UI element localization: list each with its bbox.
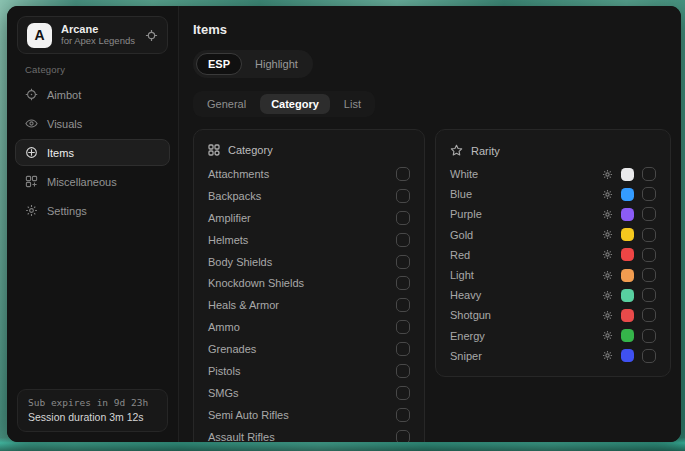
category-row: Backpacks: [208, 185, 410, 207]
gear-icon[interactable]: [602, 189, 613, 200]
app-window: A Arcane for Apex Legends Category Aimbo…: [7, 6, 681, 442]
gear-icon[interactable]: [602, 270, 613, 281]
rarity-row-label: Shotgun: [450, 309, 491, 321]
category-checkbox[interactable]: [396, 189, 410, 203]
color-swatch[interactable]: [621, 168, 634, 181]
rarity-list: WhiteBluePurpleGoldRedLightHeavyShotgunE…: [450, 164, 656, 366]
sidebar-item-visuals[interactable]: Visuals: [15, 110, 170, 137]
target-icon[interactable]: [145, 29, 158, 42]
gear-icon[interactable]: [602, 209, 613, 220]
session-duration-text: Session duration 3m 12s: [28, 411, 157, 423]
eye-icon: [25, 117, 38, 130]
rarity-row-label: Gold: [450, 229, 473, 241]
category-row: Amplifier: [208, 207, 410, 229]
mode-option-esp[interactable]: ESP: [196, 53, 242, 75]
category-checkbox[interactable]: [396, 342, 410, 356]
sidebar-item-label: Aimbot: [47, 89, 81, 101]
category-panel-title: Category: [228, 144, 273, 156]
category-row-label: Attachments: [208, 168, 269, 180]
color-swatch[interactable]: [621, 349, 634, 362]
color-swatch[interactable]: [621, 329, 634, 342]
rarity-checkbox[interactable]: [642, 248, 656, 262]
category-checkbox[interactable]: [396, 320, 410, 334]
gear-icon[interactable]: [602, 229, 613, 240]
category-checkbox[interactable]: [396, 233, 410, 247]
category-checkbox[interactable]: [396, 255, 410, 269]
main-content: Items ESPHighlight GeneralCategoryList C…: [179, 6, 681, 442]
category-checkbox[interactable]: [396, 167, 410, 181]
color-swatch[interactable]: [621, 208, 634, 221]
page-title: Items: [193, 22, 671, 37]
rarity-checkbox[interactable]: [642, 167, 656, 181]
color-swatch[interactable]: [621, 309, 634, 322]
rarity-checkbox[interactable]: [642, 308, 656, 322]
rarity-checkbox[interactable]: [642, 349, 656, 363]
rarity-panel-title: Rarity: [471, 145, 500, 157]
category-row: Assault Rifles: [208, 426, 410, 442]
rarity-row-label: Light: [450, 269, 474, 281]
gear-icon[interactable]: [602, 290, 613, 301]
category-checkbox[interactable]: [396, 276, 410, 290]
rarity-row-label: Purple: [450, 208, 482, 220]
category-row-label: Knockdown Shields: [208, 277, 304, 289]
rarity-checkbox[interactable]: [642, 329, 656, 343]
gear-icon[interactable]: [602, 249, 613, 260]
sidebar-item-items[interactable]: Items: [15, 139, 170, 166]
category-row-label: Ammo: [208, 321, 240, 333]
rarity-row: Energy: [450, 326, 656, 346]
sidebar: A Arcane for Apex Legends Category Aimbo…: [7, 6, 179, 442]
rarity-checkbox[interactable]: [642, 228, 656, 242]
category-checkbox[interactable]: [396, 364, 410, 378]
category-row: Body Shields: [208, 251, 410, 273]
rarity-row: Purple: [450, 204, 656, 224]
sidebar-item-aimbot[interactable]: Aimbot: [15, 81, 170, 108]
rarity-checkbox[interactable]: [642, 187, 656, 201]
category-row-label: Helmets: [208, 234, 248, 246]
color-swatch[interactable]: [621, 188, 634, 201]
color-swatch[interactable]: [621, 289, 634, 302]
category-row-label: Pistols: [208, 365, 240, 377]
rarity-panel: Rarity WhiteBluePurpleGoldRedLightHeavyS…: [435, 129, 671, 377]
app-logo-card: A Arcane for Apex Legends: [17, 16, 168, 54]
color-swatch[interactable]: [621, 248, 634, 261]
rarity-row-label: Sniper: [450, 350, 482, 362]
category-row-label: SMGs: [208, 387, 239, 399]
rarity-row-label: White: [450, 168, 478, 180]
sidebar-item-settings[interactable]: Settings: [15, 197, 170, 224]
panel-columns: Category AttachmentsBackpacksAmplifierHe…: [193, 129, 671, 442]
rarity-row: Gold: [450, 225, 656, 245]
category-row: Pistols: [208, 360, 410, 382]
category-row: Ammo: [208, 316, 410, 338]
category-checkbox[interactable]: [396, 430, 410, 442]
sidebar-nav: AimbotVisualsItemsMiscellaneousSettings: [7, 81, 178, 224]
gear-icon[interactable]: [602, 310, 613, 321]
color-swatch[interactable]: [621, 228, 634, 241]
gear-icon[interactable]: [602, 350, 613, 361]
category-checkbox[interactable]: [396, 298, 410, 312]
category-checkbox[interactable]: [396, 408, 410, 422]
tab-general[interactable]: General: [196, 94, 257, 114]
app-logo: A: [27, 23, 52, 48]
tab-category[interactable]: Category: [260, 94, 330, 114]
mode-option-highlight[interactable]: Highlight: [243, 53, 310, 75]
esp-highlight-toggle: ESPHighlight: [193, 50, 313, 78]
rarity-row-label: Blue: [450, 188, 472, 200]
grid-icon: [208, 144, 220, 156]
rarity-checkbox[interactable]: [642, 268, 656, 282]
rarity-checkbox[interactable]: [642, 288, 656, 302]
rarity-row-label: Heavy: [450, 289, 481, 301]
rarity-row: Heavy: [450, 285, 656, 305]
tab-list[interactable]: List: [333, 94, 372, 114]
category-checkbox[interactable]: [396, 386, 410, 400]
gear-icon[interactable]: [602, 169, 613, 180]
category-row: Helmets: [208, 229, 410, 251]
sidebar-item-miscellaneous[interactable]: Miscellaneous: [15, 168, 170, 195]
category-row: Knockdown Shields: [208, 272, 410, 294]
gear-icon[interactable]: [602, 330, 613, 341]
sidebar-section-label: Category: [25, 64, 178, 75]
rarity-checkbox[interactable]: [642, 207, 656, 221]
rarity-row: Shotgun: [450, 305, 656, 325]
category-checkbox[interactable]: [396, 211, 410, 225]
category-list: AttachmentsBackpacksAmplifierHelmetsBody…: [208, 163, 410, 442]
color-swatch[interactable]: [621, 269, 634, 282]
